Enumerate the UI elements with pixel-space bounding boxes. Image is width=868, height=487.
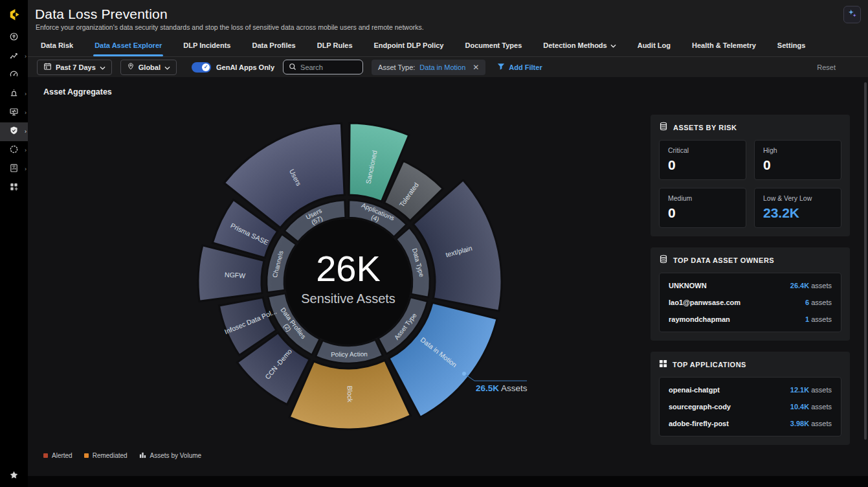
center-value: 26K	[316, 248, 381, 289]
calendar-icon	[43, 62, 52, 72]
scrollbar-thumb[interactable]	[864, 82, 867, 440]
search-box[interactable]	[283, 60, 363, 74]
app-assets-link[interactable]: 10.4K	[790, 403, 809, 411]
top-owners-panel: TOP DATA ASSET OWNERS UNKNOWN 26.4K asse…	[651, 247, 850, 341]
application-row: sourcegraph-cody 10.4K assets	[669, 398, 832, 415]
asset-type-filter-chip[interactable]: Asset Type: Data in Motion ✕	[372, 60, 485, 75]
star-icon	[9, 470, 19, 482]
compass-icon	[9, 32, 19, 44]
date-range-button[interactable]: Past 7 Days	[37, 60, 112, 75]
sidebar-item-insights[interactable]: ›	[0, 47, 28, 66]
toggle-knob: ✓	[202, 63, 210, 71]
alerted-swatch	[43, 453, 48, 458]
tab-detection-methods[interactable]: Detection Methods	[543, 34, 616, 56]
tab-bar: Data Risk Data Asset Explorer DLP Incide…	[28, 34, 868, 57]
chevron-right-icon: ›	[25, 54, 27, 60]
sidebar: › › ›	[0, 0, 28, 487]
sidebar-item-dashboards[interactable]	[0, 66, 28, 85]
reset-button[interactable]: Reset	[817, 63, 836, 71]
tab-audit-log[interactable]: Audit Log	[638, 34, 671, 56]
page-title: Data Loss Prevention	[35, 6, 168, 22]
tab-data-risk[interactable]: Data Risk	[41, 34, 73, 56]
genai-toggle-label: GenAI Apps Only	[216, 63, 274, 71]
location-pin-icon	[127, 62, 135, 72]
owner-assets-link[interactable]: 26.4K	[790, 282, 809, 289]
callout-leader-line	[464, 374, 527, 381]
genai-apps-toggle[interactable]: ✓	[192, 62, 211, 73]
sparkles-icon	[847, 8, 858, 21]
close-icon[interactable]: ✕	[473, 63, 479, 72]
titlebar: Data Loss Prevention Enforce your organi…	[28, 0, 868, 34]
sidebar-item-marketplace[interactable]	[0, 179, 28, 198]
tab-dlp-rules[interactable]: DLP Rules	[317, 34, 353, 56]
chevron-right-icon: ›	[25, 110, 27, 116]
segment-label: NGFW	[225, 271, 246, 280]
risk-tile-high[interactable]: High 0	[754, 140, 841, 180]
database-icon	[659, 122, 668, 133]
database-icon	[659, 255, 668, 266]
tab-dlp-incidents[interactable]: DLP Incidents	[183, 34, 230, 56]
risk-tile-critical[interactable]: Critical 0	[659, 140, 746, 180]
sidebar-item-incidents[interactable]: ›	[0, 85, 28, 104]
owner-row: raymondchapman 1 assets	[669, 311, 832, 328]
main-area: Data Loss Prevention Enforce your organi…	[28, 0, 868, 476]
ring-label: Policy Action	[331, 350, 368, 358]
app-root: › › ›	[0, 0, 868, 487]
workflows-icon	[9, 107, 19, 119]
application-row: adobe-firefly-post 3.98K assets	[669, 415, 832, 432]
panel-title: TOP DATA ASSET OWNERS	[673, 256, 774, 264]
remediated-swatch	[84, 453, 89, 458]
chevron-down-icon	[164, 63, 170, 71]
reports-icon	[9, 163, 19, 176]
search-icon	[289, 62, 296, 73]
scope-button[interactable]: Global	[120, 60, 177, 75]
grid-icon	[659, 359, 667, 370]
bar-chart-icon	[139, 451, 146, 460]
sidebar-item-workflows[interactable]: ›	[0, 104, 28, 122]
shield-check-icon	[9, 126, 19, 138]
risk-tile-medium[interactable]: Medium 0	[659, 188, 746, 228]
sidebar-item-security-active[interactable]: ›	[0, 122, 28, 141]
apps-grid-icon	[9, 182, 19, 194]
tab-data-asset-explorer[interactable]: Data Asset Explorer	[95, 34, 162, 56]
assets-by-risk-panel: ASSETS BY RISK Critical 0 High 0 Medium	[651, 115, 850, 236]
center-label: Sensitive Assets	[301, 291, 395, 306]
legend-assets-by-volume: Assets by Volume	[139, 451, 201, 460]
bottom-strip	[28, 476, 868, 487]
filter-bar: Past 7 Days Global ✓ GenAI Apps Only	[28, 57, 868, 77]
page-subtitle: Enforce your organization's data securit…	[36, 23, 424, 31]
panel-title: ASSETS BY RISK	[673, 124, 737, 131]
palo-alto-logo	[0, 0, 28, 28]
insights-icon	[9, 51, 19, 63]
callout-dot	[462, 372, 466, 376]
search-input[interactable]	[300, 63, 357, 71]
incidents-icon	[9, 88, 19, 100]
app-assets-link[interactable]: 12.1K	[790, 386, 809, 394]
sidebar-item-favorites[interactable]	[0, 468, 28, 484]
app-assets-link[interactable]: 3.98K	[790, 420, 809, 427]
tab-endpoint-dlp-policy[interactable]: Endpoint DLP Policy	[374, 34, 444, 56]
sidebar-item-objects[interactable]: ›	[0, 141, 28, 160]
risk-tile-low[interactable]: Low & Very Low 23.2K	[754, 188, 841, 228]
application-row: openai-chatgpt 12.1K assets	[669, 381, 832, 398]
tab-document-types[interactable]: Document Types	[465, 34, 522, 56]
tab-data-profiles[interactable]: Data Profiles	[252, 34, 295, 56]
chevron-right-icon: ›	[25, 148, 27, 153]
add-filter-button[interactable]: Add Filter	[497, 63, 542, 72]
chevron-right-icon: ›	[25, 166, 27, 172]
owner-row: UNKNOWN 26.4K assets	[669, 277, 832, 294]
sidebar-item-reports[interactable]: ›	[0, 160, 28, 179]
segment-label: Block	[346, 386, 354, 403]
owner-row: lao1@panwsase.com 6 assets	[669, 294, 832, 311]
copilot-button[interactable]	[843, 6, 861, 23]
genai-toggle-wrap: ✓ GenAI Apps Only	[192, 62, 274, 73]
sunburst-chart: 26KSensitive AssetsSanctionedToleratedAp…	[28, 77, 649, 476]
chevron-down-icon	[610, 41, 616, 49]
tab-settings[interactable]: Settings	[777, 34, 805, 56]
sidebar-item-overview[interactable]	[0, 28, 28, 47]
content-area: Asset Aggregates 26KSensitive AssetsSanc…	[28, 77, 868, 476]
settings-dots-icon	[9, 144, 19, 157]
tab-health-telemetry[interactable]: Health & Telemetry	[692, 34, 756, 56]
chevron-right-icon: ›	[25, 91, 27, 97]
legend-alerted: Alerted	[43, 452, 72, 459]
